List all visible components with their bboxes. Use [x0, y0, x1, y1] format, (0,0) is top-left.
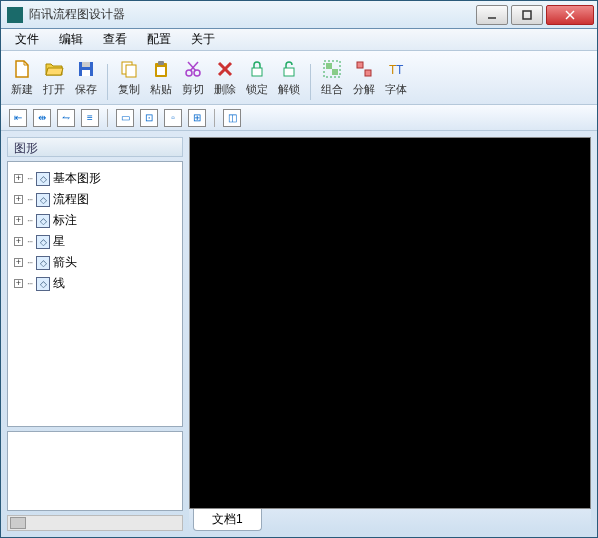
maximize-button[interactable]	[511, 5, 543, 25]
window-title: 陌讯流程图设计器	[29, 6, 476, 23]
svg-rect-22	[332, 69, 338, 75]
toolbar-separator	[107, 64, 108, 100]
open-button[interactable]: 打开	[39, 55, 69, 100]
align-button-6[interactable]: ▫	[164, 109, 182, 127]
toolbar2-separator	[214, 109, 215, 127]
delete-button[interactable]: 删除	[210, 55, 240, 100]
app-icon	[7, 7, 23, 23]
tree-item-label: 标注	[53, 212, 77, 229]
expand-icon[interactable]: +	[14, 258, 23, 267]
folder-open-icon	[43, 58, 65, 80]
align-button-1[interactable]: ⇹	[33, 109, 51, 127]
horizontal-scrollbar[interactable]	[7, 515, 183, 531]
left-panel: 图形 +···◇基本图形+···◇流程图+···◇标注+···◇星+···◇箭头…	[7, 137, 183, 531]
svg-rect-6	[82, 70, 90, 76]
menu-1[interactable]: 编辑	[51, 29, 91, 50]
group-label: 组合	[321, 82, 343, 97]
tree-item-3[interactable]: +···◇星	[10, 231, 180, 252]
expand-icon[interactable]: +	[14, 216, 23, 225]
svg-point-12	[186, 70, 192, 76]
menu-0[interactable]: 文件	[7, 29, 47, 50]
unlock-button[interactable]: 解锁	[274, 55, 304, 100]
tree-item-1[interactable]: +···◇流程图	[10, 189, 180, 210]
svg-rect-18	[252, 68, 262, 76]
expand-icon[interactable]: +	[14, 195, 23, 204]
tree-connector: ···	[27, 278, 32, 289]
cut-button[interactable]: 剪切	[178, 55, 208, 100]
svg-rect-23	[357, 62, 363, 68]
scroll-thumb[interactable]	[10, 517, 26, 529]
save-button[interactable]: 保存	[71, 55, 101, 100]
menu-2[interactable]: 查看	[95, 29, 135, 50]
document-tab[interactable]: 文档1	[193, 509, 262, 531]
tree-item-label: 箭头	[53, 254, 77, 271]
category-icon: ◇	[36, 256, 50, 270]
content-area: 图形 +···◇基本图形+···◇流程图+···◇标注+···◇星+···◇箭头…	[1, 131, 597, 537]
save-label: 保存	[75, 82, 97, 97]
copy-label: 复制	[118, 82, 140, 97]
expand-icon[interactable]: +	[14, 174, 23, 183]
tree-item-2[interactable]: +···◇标注	[10, 210, 180, 231]
align-button-8[interactable]: ◫	[223, 109, 241, 127]
menubar: 文件编辑查看配置关于	[1, 29, 597, 51]
align-button-7[interactable]: ⊞	[188, 109, 206, 127]
copy-icon	[118, 58, 140, 80]
align-button-3[interactable]: ≡	[81, 109, 99, 127]
expand-icon[interactable]: +	[14, 237, 23, 246]
secondary-toolbar: ⇤⇹⥊≡▭⊡▫⊞◫	[1, 105, 597, 131]
tree-connector: ···	[27, 194, 32, 205]
align-button-0[interactable]: ⇤	[9, 109, 27, 127]
svg-rect-10	[158, 61, 164, 65]
category-icon: ◇	[36, 277, 50, 291]
copy-button[interactable]: 复制	[114, 55, 144, 100]
lock-button[interactable]: 锁定	[242, 55, 272, 100]
scissors-icon	[182, 58, 204, 80]
font-icon: TT	[385, 58, 407, 80]
svg-rect-1	[523, 11, 531, 19]
tree-item-0[interactable]: +···◇基本图形	[10, 168, 180, 189]
svg-rect-5	[82, 62, 90, 67]
group-button[interactable]: 组合	[317, 55, 347, 100]
svg-rect-24	[365, 70, 371, 76]
svg-point-13	[194, 70, 200, 76]
menu-3[interactable]: 配置	[139, 29, 179, 50]
canvas[interactable]	[189, 137, 591, 509]
align-button-4[interactable]: ▭	[116, 109, 134, 127]
paste-icon	[150, 58, 172, 80]
align-button-5[interactable]: ⊡	[140, 109, 158, 127]
tree-connector: ···	[27, 215, 32, 226]
tree-item-label: 星	[53, 233, 65, 250]
tree-item-5[interactable]: +···◇线	[10, 273, 180, 294]
category-icon: ◇	[36, 193, 50, 207]
close-button[interactable]	[546, 5, 594, 25]
tree-item-label: 线	[53, 275, 65, 292]
main-toolbar: 新建打开保存复制粘贴剪切删除锁定解锁组合分解TT字体	[1, 51, 597, 105]
minimize-button[interactable]	[476, 5, 508, 25]
open-label: 打开	[43, 82, 65, 97]
new-label: 新建	[11, 82, 33, 97]
font-label: 字体	[385, 82, 407, 97]
tree-connector: ···	[27, 173, 32, 184]
expand-icon[interactable]: +	[14, 279, 23, 288]
tree-connector: ···	[27, 257, 32, 268]
titlebar[interactable]: 陌讯流程图设计器	[1, 1, 597, 29]
font-button[interactable]: TT字体	[381, 55, 411, 100]
align-button-2[interactable]: ⥊	[57, 109, 75, 127]
ungroup-icon	[353, 58, 375, 80]
category-icon: ◇	[36, 235, 50, 249]
ungroup-button[interactable]: 分解	[349, 55, 379, 100]
menu-4[interactable]: 关于	[183, 29, 223, 50]
shapes-tree[interactable]: +···◇基本图形+···◇流程图+···◇标注+···◇星+···◇箭头+··…	[7, 161, 183, 427]
shapes-panel-header: 图形	[7, 137, 183, 157]
new-button[interactable]: 新建	[7, 55, 37, 100]
svg-rect-8	[126, 65, 136, 77]
unlock-icon	[278, 58, 300, 80]
tree-item-4[interactable]: +···◇箭头	[10, 252, 180, 273]
toolbar-separator	[310, 64, 311, 100]
toolbar2-separator	[107, 109, 108, 127]
paste-label: 粘贴	[150, 82, 172, 97]
tree-item-label: 流程图	[53, 191, 89, 208]
paste-button[interactable]: 粘贴	[146, 55, 176, 100]
file-icon	[11, 58, 33, 80]
preview-area	[7, 431, 183, 511]
